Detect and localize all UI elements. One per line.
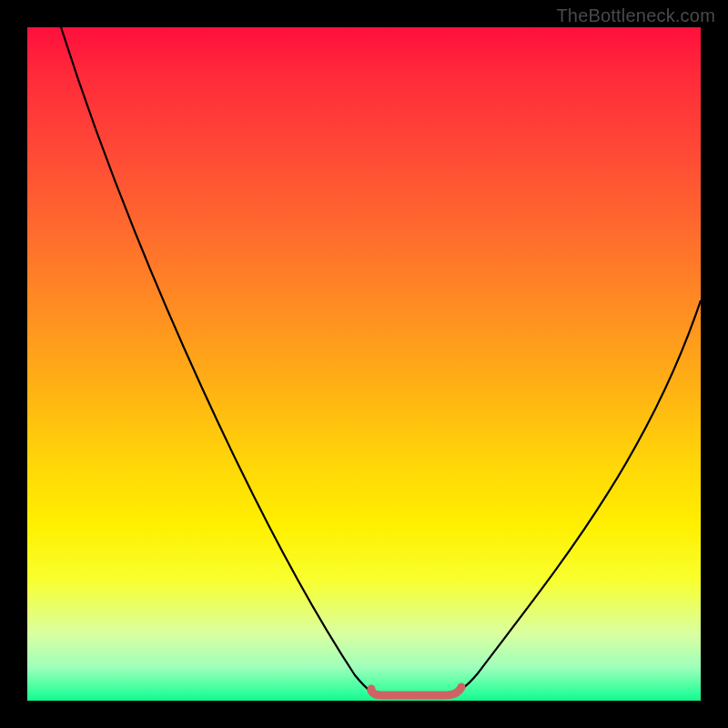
bottleneck-curve [61,27,701,694]
plot-area [27,27,701,701]
curve-layer [27,27,701,701]
watermark-text: TheBottleneck.com [556,5,715,26]
chart-frame: TheBottleneck.com [0,0,728,728]
flat-min-left-cap [368,685,376,693]
flat-min-right-cap [458,683,466,692]
flat-min-segment [371,689,460,695]
